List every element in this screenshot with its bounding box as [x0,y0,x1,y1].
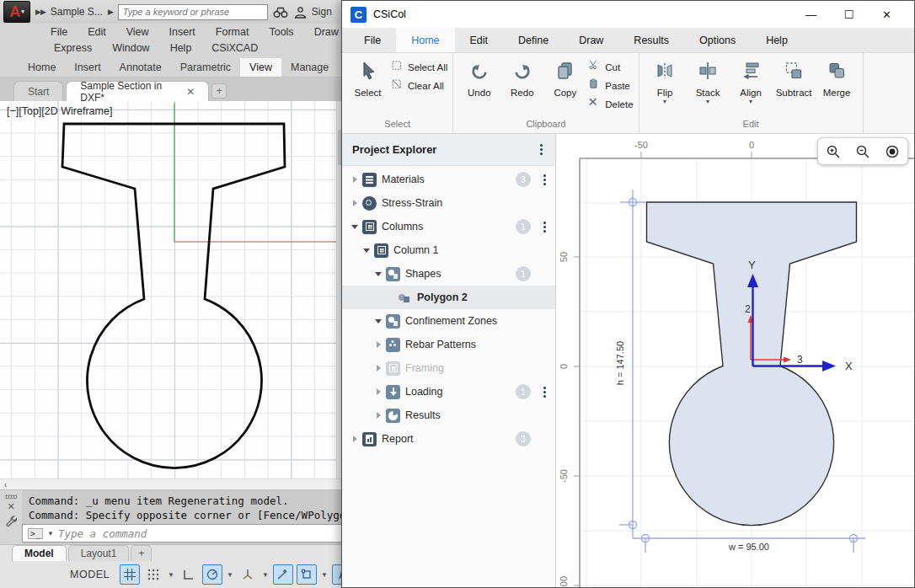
acad-tab-parametric[interactable]: Parametric [171,58,240,77]
expand-icon[interactable] [377,388,381,395]
copy-button[interactable]: Copy [544,56,586,98]
zoom-out-button[interactable] [850,140,875,163]
tree-item-confinement-zones[interactable]: Confinement Zones [342,309,555,333]
acad-tab-insert[interactable]: Insert [65,58,110,77]
acad-menu-csixcad[interactable]: CSiXCAD [201,42,268,54]
expand-icon[interactable] [377,365,381,372]
signin-user-icon[interactable] [294,6,307,19]
redo-button[interactable]: Redo [501,56,543,98]
tree-item-stress-strain[interactable]: Stress-Strain [342,191,555,215]
command-input-placeholder[interactable]: Type a command [58,527,147,540]
acad-menu-help[interactable]: Help [160,42,202,54]
iso-caret[interactable]: ▼ [261,571,270,579]
merge-button[interactable]: Merge [816,56,858,98]
acad-menu-window[interactable]: Window [102,42,159,54]
section-polyline[interactable] [62,124,285,468]
csicol-tab-help[interactable]: Help [751,28,803,52]
minimize-button[interactable]: — [792,8,830,21]
paste-button[interactable]: Paste [587,78,633,94]
signin-label[interactable]: Sign [312,6,332,18]
object-snap-icon[interactable] [297,564,317,585]
acad-menu-format[interactable]: Format [206,26,260,38]
delete-button[interactable]: Delete [587,97,633,112]
file-tab-active[interactable]: Sample Section in DXF* ✕ [66,81,209,101]
expand-icon[interactable] [377,341,381,348]
osnap-caret[interactable]: ▼ [320,571,329,579]
panel-menu-icon[interactable] [535,144,547,155]
section-view[interactable]: -50 0 50 0 -50 -100 [556,134,914,587]
autocad-logo-icon[interactable]: A▾ [3,1,30,23]
collapse-icon[interactable] [351,225,358,229]
csicol-tab-home[interactable]: Home [396,28,454,52]
expand-icon[interactable] [353,200,357,206]
collapse-icon[interactable] [375,319,382,323]
subtract-button[interactable]: Subtract [773,56,815,98]
acad-tab-home[interactable]: Home [19,58,65,77]
command-history[interactable]: Command: _u menu item Regenerating model… [22,490,342,524]
acad-tab-view[interactable]: View [240,58,281,77]
snap-caret[interactable]: ▼ [167,571,175,579]
grid-icon[interactable] [120,564,140,585]
layout-tab-[interactable]: + [131,545,152,561]
stack-dropdown-icon[interactable]: ▼ [705,99,711,104]
quick-access-expand-icon[interactable]: ▶▶ [35,8,45,16]
select-button[interactable]: Select [347,56,388,98]
maximize-button[interactable]: ☐ [830,8,868,21]
drawing-horizontal-scrollbar[interactable]: ‹ [0,478,342,490]
ortho-icon[interactable] [179,564,199,585]
search-input[interactable] [118,4,268,20]
clear-all-button[interactable]: Clear All [390,78,447,94]
item-menu-icon[interactable] [538,174,550,185]
acad-menu-tools[interactable]: Tools [259,26,303,38]
collapse-icon[interactable] [375,272,382,276]
undo-button[interactable]: Undo [458,56,500,98]
csicol-tab-define[interactable]: Define [503,28,564,52]
csicol-tab-results[interactable]: Results [618,28,684,52]
collapse-icon[interactable] [363,249,370,253]
layout-tab-model[interactable]: Model [12,545,67,561]
tree-item-framing[interactable]: Framing [342,356,555,380]
csicol-tab-file[interactable]: File [349,28,396,52]
layout-tab-layout1[interactable]: Layout1 [68,545,130,561]
drag-grip-icon[interactable] [5,494,17,499]
acad-menu-edit[interactable]: Edit [78,26,116,38]
new-tab-button[interactable]: + [211,83,227,99]
acad-menu-insert[interactable]: Insert [159,26,206,38]
expand-icon[interactable] [353,436,357,442]
customize-wrench-icon[interactable] [5,515,17,527]
close-tab-icon[interactable]: ✕ [186,86,195,98]
close-command-icon[interactable]: ✕ [7,503,14,510]
isometric-drafting-icon[interactable] [238,564,258,585]
acad-menu-draw[interactable]: Draw [304,26,342,38]
flip-dropdown-icon[interactable]: ▼ [662,99,668,104]
autocad-drawing-area[interactable]: [−][Top][2D Wireframe] [0,101,342,478]
viewport-controls-label[interactable]: [−][Top][2D Wireframe] [7,105,112,117]
scroll-left-arrow-icon[interactable]: ‹ [4,480,7,489]
acad-menu-express[interactable]: Express [44,42,102,54]
acad-menu-file[interactable]: File [40,26,78,38]
polar-tracking-icon[interactable] [202,564,222,585]
close-button[interactable]: ✕ [868,8,906,21]
item-menu-icon[interactable] [538,222,550,233]
flip-button[interactable]: Flip▼ [645,56,686,104]
expand-icon[interactable] [353,176,357,183]
command-dropdown-icon[interactable]: ▼ [47,530,54,537]
acad-tab-annotate[interactable]: Annotate [110,58,171,77]
snap-icon[interactable] [143,564,163,585]
search-binoculars-icon[interactable] [273,6,289,19]
csicol-tab-edit[interactable]: Edit [455,28,504,52]
file-caret-icon[interactable]: ▶ [108,8,113,16]
tree-item-column-1[interactable]: Column 1 [342,238,555,262]
stack-button[interactable]: Stack▼ [688,56,729,104]
model-space-label[interactable]: MODEL [70,569,110,580]
polar-caret[interactable]: ▼ [226,571,234,579]
select-all-button[interactable]: Select All [390,60,447,75]
tree-item-columns[interactable]: Columns1 [342,215,555,238]
csicol-tab-options[interactable]: Options [684,28,751,52]
expand-icon[interactable] [377,412,381,419]
osnap-tracking-icon[interactable] [273,564,293,585]
tree-item-shapes[interactable]: Shapes1 [342,262,555,286]
acad-menu-view[interactable]: View [116,26,159,38]
item-menu-icon[interactable] [538,387,550,398]
csicol-tab-draw[interactable]: Draw [564,28,618,52]
